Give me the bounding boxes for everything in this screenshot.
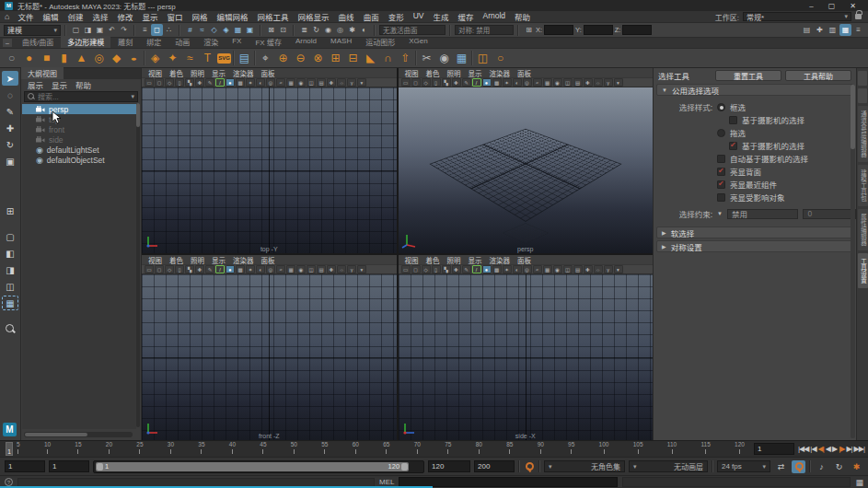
go-to-start-button[interactable]: |◀◀ xyxy=(798,445,808,453)
camera-attributes-icon[interactable]: ◇ xyxy=(165,265,174,273)
layout-two-pane-stacked[interactable]: ◨ xyxy=(2,262,18,277)
render-frame-icon[interactable]: ◉ xyxy=(322,24,334,36)
viewport-menu-item[interactable]: 显示 xyxy=(465,255,486,265)
current-frame-input[interactable] xyxy=(754,443,794,455)
viewport-menu-item[interactable]: 着色 xyxy=(422,255,444,265)
exposure-icon[interactable]: ☼ xyxy=(594,78,603,87)
select-by-component-icon[interactable]: ∴ xyxy=(163,24,175,36)
platonic-solid-icon[interactable]: ◈ xyxy=(147,51,163,66)
wireframe-icon[interactable]: / xyxy=(215,265,225,273)
menu-item[interactable]: 生成 xyxy=(428,11,453,22)
step-forward-frame-button[interactable]: ▶| xyxy=(846,445,851,453)
modeling-toolkit-icon[interactable]: ▤ xyxy=(237,51,252,66)
shelf-tab[interactable]: 绑定 xyxy=(140,36,168,48)
constraint-number-field[interactable]: 0 xyxy=(803,209,856,219)
help-icon[interactable]: ? xyxy=(5,478,13,486)
screen-space-ao-icon[interactable]: ◎ xyxy=(523,265,532,273)
menu-item[interactable]: 编辑网格 xyxy=(213,11,253,22)
viewport-menu-item[interactable]: 照明 xyxy=(444,68,465,78)
xray-icon[interactable]: ▤ xyxy=(573,265,583,273)
viewport-menu-item[interactable]: 视图 xyxy=(401,255,422,265)
viewport-menu-item[interactable]: 着色 xyxy=(166,255,187,265)
layout-grid-icon[interactable]: ⊞ xyxy=(2,203,18,218)
status-line-separator[interactable] xyxy=(449,25,451,36)
poly-torus-icon[interactable]: ◎ xyxy=(91,51,107,66)
outliner-search[interactable]: ▾ xyxy=(24,91,138,102)
open-scene-icon[interactable]: ◨ xyxy=(82,24,94,36)
quad-draw-icon[interactable]: ▦ xyxy=(454,51,469,66)
status-line-separator[interactable] xyxy=(179,25,180,36)
curve-warp-icon[interactable]: ≈ xyxy=(182,51,198,66)
marquee-camera-based-checkbox[interactable] xyxy=(729,116,737,124)
menu-item[interactable]: 曲线 xyxy=(334,11,359,22)
wireframe-icon[interactable]: / xyxy=(472,78,481,87)
outliner-menu-item[interactable]: 显示 xyxy=(52,79,67,90)
xray-icon[interactable]: ▤ xyxy=(317,78,326,87)
status-line-separator[interactable] xyxy=(64,25,66,36)
outliner-item[interactable]: ◉ front xyxy=(22,124,136,134)
lock-camera-icon[interactable]: ◻ xyxy=(155,78,164,87)
shelf-tab[interactable]: FX xyxy=(226,36,248,48)
shelf-tab[interactable]: 动画 xyxy=(168,36,196,48)
view-transform-icon[interactable]: ▾ xyxy=(614,78,623,87)
animation-preferences-icon[interactable]: ✱ xyxy=(850,460,863,473)
combine-icon[interactable]: ⊞ xyxy=(328,51,343,66)
anim-layer-select[interactable]: ▾ 无动画层 xyxy=(629,460,708,472)
viewport-menu-item[interactable]: 照明 xyxy=(187,68,208,78)
lock-camera-icon[interactable]: ◻ xyxy=(155,265,164,273)
viewport-menu-item[interactable]: 面板 xyxy=(258,68,279,78)
layout-three-pane[interactable]: ◫ xyxy=(2,279,18,294)
step-forward-key-button[interactable]: |▶ xyxy=(839,445,844,453)
2d-pan-zoom-icon[interactable]: ✚ xyxy=(452,265,461,273)
image-plane-icon[interactable]: ▚ xyxy=(185,78,194,87)
poly-sphere-icon[interactable]: ● xyxy=(21,51,37,66)
view-transform-icon[interactable]: ▾ xyxy=(357,265,366,273)
shelf-options-icon[interactable]: ○ xyxy=(4,51,19,66)
multisample-icon[interactable]: ▦ xyxy=(286,265,295,273)
poly-cube-icon[interactable]: ■ xyxy=(39,51,54,66)
view-transform-icon[interactable]: ▾ xyxy=(357,78,366,87)
svg-tool-icon[interactable]: SVG xyxy=(217,53,231,64)
x-coordinate-input[interactable] xyxy=(544,25,573,35)
multi-cut-icon[interactable]: ✂ xyxy=(419,51,434,66)
status-line-separator[interactable] xyxy=(374,25,376,36)
z-coordinate-input[interactable] xyxy=(622,25,652,35)
use-all-lights-icon[interactable]: ✦ xyxy=(246,265,255,273)
menu-item[interactable]: 网格 xyxy=(188,11,213,22)
target-weld-icon[interactable]: ◉ xyxy=(436,51,452,66)
reset-tool-button[interactable]: 重置工具 xyxy=(715,70,781,81)
2d-pan-zoom-icon[interactable]: ✚ xyxy=(452,78,461,87)
snap-to-points-icon[interactable]: ◇ xyxy=(208,24,220,36)
menu-item[interactable]: 网格工具 xyxy=(253,11,294,22)
shadows-icon[interactable]: ◐ xyxy=(513,78,522,87)
section-common-selection[interactable]: ▼ 公用选择选项 xyxy=(656,84,853,96)
operations-list-icon[interactable]: ≣ xyxy=(298,24,310,36)
viewport-canvas-side[interactable]: side -X xyxy=(399,274,654,440)
viewport-canvas-persp[interactable]: persp xyxy=(399,87,654,253)
play-forwards-button[interactable]: ▶ xyxy=(832,445,837,453)
search-input[interactable] xyxy=(38,93,128,101)
gamma-icon[interactable]: γ xyxy=(347,265,356,273)
screen-space-ao-icon[interactable]: ◎ xyxy=(266,78,275,87)
menu-item[interactable]: 文件 xyxy=(13,11,38,22)
motion-blur-icon[interactable]: ≈ xyxy=(533,78,542,87)
home-icon[interactable]: ⌂ xyxy=(5,12,9,21)
mute-sound-icon[interactable]: ♪ xyxy=(815,460,828,473)
close-button[interactable]: ✕ xyxy=(850,2,856,10)
multisample-icon[interactable]: ▦ xyxy=(543,78,552,87)
viewport-menu-item[interactable]: 着色 xyxy=(166,68,187,78)
viewport-menu-item[interactable]: 渲染器 xyxy=(229,68,258,78)
boolean-intersection-icon[interactable]: ⊗ xyxy=(310,51,326,66)
tool-panel-scrollbar[interactable] xyxy=(851,85,855,438)
gamma-icon[interactable]: γ xyxy=(347,78,356,87)
menu-set-select[interactable]: 建模▾ xyxy=(4,25,61,36)
shadows-icon[interactable]: ◐ xyxy=(256,265,265,273)
shelf-tab[interactable]: 多边形建模 xyxy=(61,36,110,48)
sidebar-icon-block[interactable] xyxy=(858,71,867,86)
time-ruler[interactable]: 1 51015202530354045505560657075808590951… xyxy=(0,441,754,457)
workspace-select[interactable]: 常规*▾ xyxy=(743,12,851,21)
depth-of-field-icon[interactable]: ◉ xyxy=(296,265,306,273)
status-line-separator[interactable] xyxy=(293,25,295,36)
shelf-tab[interactable]: FX 缓存 xyxy=(249,36,287,48)
outliner-item[interactable]: ◉ persp xyxy=(22,104,136,114)
